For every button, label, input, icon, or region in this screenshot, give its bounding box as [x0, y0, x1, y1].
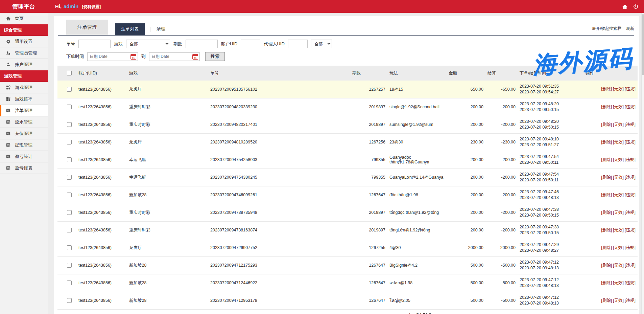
brand-title: 管理平台 [0, 3, 48, 10]
order-time-label: 下单时间 [66, 53, 84, 60]
sidebar-item-admin-management[interactable]: 管理员管理 [0, 47, 48, 59]
calendar-icon[interactable] [192, 54, 198, 60]
invalid-link[interactable]: [无效] [613, 193, 624, 197]
cell-account: test123(2643856) [76, 221, 127, 239]
violation-link[interactable]: [违规] [625, 87, 636, 91]
violation-link[interactable]: [违规] [625, 228, 636, 232]
sidebar-item-withdraw-management[interactable]: 提现管理 [0, 139, 48, 151]
sidebar-item-profit-report[interactable]: 盈亏报表 [0, 162, 48, 174]
invalid-link[interactable]: [无效] [613, 281, 624, 285]
violation-link[interactable]: [违规] [625, 263, 636, 268]
status-select[interactable]: 全部 [311, 40, 332, 48]
row-checkbox[interactable] [67, 245, 72, 250]
violation-link[interactable]: [违规] [625, 122, 636, 127]
delete-link[interactable]: [删除] [601, 140, 612, 144]
invalid-link[interactable]: [无效] [613, 105, 624, 109]
row-checkbox[interactable] [67, 193, 72, 197]
home-icon[interactable] [622, 3, 628, 9]
delete-link[interactable]: [删除] [601, 210, 612, 215]
toggle-search-link[interactable]: 展开/收起搜索栏 [592, 26, 621, 31]
sidebar-item-home[interactable]: 首页 [0, 13, 48, 24]
select-all-checkbox[interactable] [67, 71, 72, 75]
invalid-link[interactable]: [无效] [613, 140, 624, 144]
delete-link[interactable]: [删除] [601, 122, 612, 127]
violation-link[interactable]: [违规] [625, 281, 636, 285]
delete-link[interactable]: [删除] [601, 87, 612, 91]
row-checkbox[interactable] [67, 140, 72, 144]
sidebar-item-label: 账户管理 [15, 62, 32, 68]
table-row: test123(2643856)龙虎厅202307200948102895201… [57, 133, 638, 151]
sidebar-item-flow-management[interactable]: 流水管理 [0, 116, 48, 128]
sidebar-item-recharge-management[interactable]: 充值管理 [0, 128, 48, 139]
cell-account: test123(2643856) [76, 239, 127, 256]
sidebar-item-profit-stats[interactable]: 盈亏统计 [0, 151, 48, 162]
refresh-link[interactable]: 刷新 [626, 26, 634, 31]
violation-link[interactable]: [违规] [625, 193, 636, 197]
delete-link[interactable]: [删除] [601, 157, 612, 162]
row-checkbox[interactable] [67, 210, 72, 215]
invalid-link[interactable]: [无效] [613, 122, 624, 127]
delete-link[interactable]: [删除] [601, 298, 612, 303]
violation-link[interactable]: [违规] [625, 175, 636, 180]
row-checkbox[interactable] [67, 175, 72, 180]
sidebar-item-general-settings[interactable]: 通用设置 [0, 36, 48, 47]
sidebar-item-bet-management[interactable]: 注单管理 [0, 105, 48, 116]
delete-link[interactable]: [删除] [601, 263, 612, 268]
search-button[interactable]: 搜索 [205, 52, 225, 61]
cell-order-no: 20230720094703696424 [208, 309, 350, 314]
power-icon[interactable] [633, 3, 639, 9]
cell-order-no: 20230720094754258003 [208, 151, 350, 169]
delete-link[interactable]: [删除] [601, 193, 612, 197]
delete-link[interactable]: [删除] [601, 245, 612, 250]
invalid-link[interactable]: [无效] [613, 157, 624, 162]
row-checkbox[interactable] [67, 157, 72, 162]
invalid-link[interactable]: [无效] [613, 228, 624, 232]
time-settled: 2023-07-20 09:50:15 [520, 212, 581, 218]
delete-link[interactable]: [删除] [601, 175, 612, 180]
invalid-link[interactable]: [无效] [613, 175, 624, 180]
row-checkbox[interactable] [67, 281, 72, 285]
agent-uid-input[interactable] [288, 40, 308, 48]
invalid-link[interactable]: [无效] [613, 210, 624, 215]
tab-clean[interactable]: 清理 [150, 23, 171, 35]
period-input[interactable] [186, 40, 218, 48]
violation-link[interactable]: [违规] [625, 140, 636, 144]
cell-order-no: 20230720094810289520 [208, 133, 350, 151]
violation-link[interactable]: [违规] [625, 298, 636, 303]
sidebar-item-game-management[interactable]: 游戏管理 [0, 82, 48, 93]
row-checkbox[interactable] [67, 105, 72, 109]
delete-link[interactable]: [删除] [601, 228, 612, 232]
tab-bet-list[interactable]: 注单列表 [115, 23, 145, 35]
invalid-link[interactable]: [无效] [613, 87, 624, 91]
account-uid-input[interactable] [241, 40, 260, 48]
violation-link[interactable]: [违规] [625, 245, 636, 250]
invalid-link[interactable]: [无效] [613, 245, 624, 250]
violation-link[interactable]: [违规] [625, 105, 636, 109]
report-icon [5, 142, 11, 148]
cell-checkbox [57, 133, 76, 151]
row-checkbox[interactable] [67, 87, 72, 92]
delete-link[interactable]: [删除] [601, 281, 612, 285]
cell-play: single@1.92@Second ball [387, 98, 447, 116]
invalid-link[interactable]: [无效] [613, 263, 624, 268]
row-checkbox[interactable] [67, 122, 72, 127]
cell-checkbox [57, 169, 76, 186]
order-no-input[interactable] [78, 40, 111, 48]
game-select[interactable]: 全部 [126, 40, 170, 48]
sidebar-item-game-odds[interactable]: 游戏赔率 [0, 93, 48, 105]
row-checkbox[interactable] [67, 298, 72, 303]
scrollbar-track[interactable] [641, 13, 644, 314]
cell-play: tổngLớn@1.92@tổng [387, 221, 447, 239]
row-checkbox[interactable] [67, 263, 72, 268]
violation-link[interactable]: [违规] [625, 157, 636, 162]
scrollbar-thumb[interactable] [642, 14, 644, 75]
violation-link[interactable]: [违规] [625, 210, 636, 215]
calendar-icon[interactable] [130, 54, 136, 60]
sidebar-menu: 首页综合管理通用设置管理员管理账户管理游戏管理游戏管理游戏赔率注单管理流水管理充… [0, 13, 48, 174]
row-checkbox[interactable] [67, 228, 72, 232]
invalid-link[interactable]: [无效] [613, 298, 624, 303]
delete-link[interactable]: [删除] [601, 105, 612, 109]
app-header: 管理平台 Hi, admin [资料设置] [0, 0, 644, 13]
sidebar-item-account-management[interactable]: 账户管理 [0, 59, 48, 70]
profile-settings-link[interactable]: [资料设置] [82, 4, 101, 10]
